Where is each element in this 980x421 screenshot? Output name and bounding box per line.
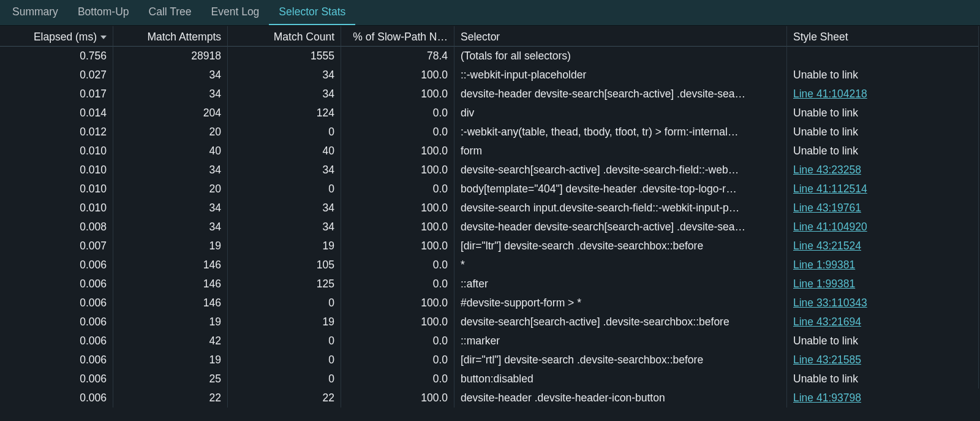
cell-matches: 19	[228, 313, 341, 332]
cell-slow: 0.0	[341, 332, 454, 351]
cell-attempts: 34	[113, 199, 228, 218]
cell-slow: 0.0	[341, 104, 454, 123]
cell-sheet: Line 1:99381	[787, 275, 979, 294]
tab-summary[interactable]: Summary	[2, 0, 68, 25]
cell-attempts: 20	[113, 180, 228, 199]
cell-selector: form	[454, 142, 787, 161]
stylesheet-link[interactable]: Line 43:21694	[793, 316, 861, 328]
cell-slow: 78.4	[341, 47, 454, 66]
cell-slow: 100.0	[341, 85, 454, 104]
cell-slow: 100.0	[341, 218, 454, 237]
cell-sheet: Line 33:110343	[787, 294, 979, 313]
cell-sheet: Line 43:19761	[787, 199, 979, 218]
stylesheet-link[interactable]: Line 43:21585	[793, 354, 861, 366]
cell-elapsed: 0.006	[0, 256, 113, 275]
cell-attempts: 19	[113, 313, 228, 332]
column-header-match-attempts[interactable]: Match Attempts	[113, 26, 228, 47]
tab-bottom-up[interactable]: Bottom-Up	[68, 0, 139, 25]
stylesheet-link[interactable]: Line 41:93798	[793, 392, 861, 404]
cell-sheet: Line 43:23258	[787, 161, 979, 180]
cell-elapsed: 0.756	[0, 47, 113, 66]
cell-selector: devsite-header devsite-search[search-act…	[454, 85, 787, 104]
column-header-style-sheet[interactable]: Style Sheet	[787, 26, 979, 47]
cell-slow: 100.0	[341, 237, 454, 256]
cell-matches: 22	[228, 389, 341, 408]
stylesheet-link[interactable]: Line 43:19761	[793, 202, 861, 214]
cell-sheet: Unable to link	[787, 142, 979, 161]
stylesheet-link[interactable]: Line 1:99381	[793, 278, 855, 290]
stylesheet-link[interactable]: Line 1:99381	[793, 259, 855, 271]
cell-selector: devsite-header .devsite-header-icon-butt…	[454, 389, 787, 408]
column-header-elapsed-ms[interactable]: Elapsed (ms)	[0, 26, 113, 47]
cell-sheet: Line 41:112514	[787, 180, 979, 199]
cell-matches: 34	[228, 161, 341, 180]
column-header-label: Selector	[461, 31, 500, 43]
cell-sheet: Line 1:99381	[787, 256, 979, 275]
cell-elapsed: 0.010	[0, 161, 113, 180]
stylesheet-link[interactable]: Line 41:112514	[793, 183, 867, 195]
cell-matches: 19	[228, 237, 341, 256]
cell-attempts: 146	[113, 294, 228, 313]
cell-matches: 1555	[228, 47, 341, 66]
cell-elapsed: 0.010	[0, 199, 113, 218]
stylesheet-link[interactable]: Line 43:21524	[793, 240, 861, 252]
cell-elapsed: 0.017	[0, 85, 113, 104]
cell-slow: 0.0	[341, 180, 454, 199]
cell-selector: div	[454, 104, 787, 123]
cell-attempts: 34	[113, 85, 228, 104]
cell-matches: 34	[228, 218, 341, 237]
column-header-match-count[interactable]: Match Count	[228, 26, 341, 47]
cell-selector: :-webkit-any(table, thead, tbody, tfoot,…	[454, 123, 787, 142]
cell-elapsed: 0.006	[0, 294, 113, 313]
cell-slow: 100.0	[341, 294, 454, 313]
cell-slow: 100.0	[341, 142, 454, 161]
cell-elapsed: 0.012	[0, 123, 113, 142]
selector-stats-table: Elapsed (ms)Match AttemptsMatch Count% o…	[0, 26, 980, 408]
cell-selector: #devsite-support-form > *	[454, 294, 787, 313]
cell-selector: ::-webkit-input-placeholder	[454, 66, 787, 85]
cell-slow: 100.0	[341, 161, 454, 180]
column-header-label: Match Attempts	[147, 31, 221, 43]
cell-elapsed: 0.006	[0, 332, 113, 351]
cell-attempts: 25	[113, 370, 228, 389]
cell-elapsed: 0.008	[0, 218, 113, 237]
cell-elapsed: 0.006	[0, 351, 113, 370]
cell-elapsed: 0.006	[0, 370, 113, 389]
cell-elapsed: 0.007	[0, 237, 113, 256]
tab-call-tree[interactable]: Call Tree	[139, 0, 202, 25]
stylesheet-link[interactable]: Line 43:23258	[793, 164, 861, 176]
cell-matches: 0	[228, 294, 341, 313]
cell-slow: 0.0	[341, 275, 454, 294]
cell-matches: 0	[228, 370, 341, 389]
cell-sheet: Line 43:21524	[787, 237, 979, 256]
cell-attempts: 42	[113, 332, 228, 351]
cell-sheet: Line 41:104920	[787, 218, 979, 237]
cell-attempts: 34	[113, 218, 228, 237]
stylesheet-link[interactable]: Line 41:104920	[793, 221, 867, 233]
column-header-label: Style Sheet	[793, 31, 848, 43]
tab-event-log[interactable]: Event Log	[202, 0, 270, 25]
tab-selector-stats[interactable]: Selector Stats	[269, 0, 355, 25]
cell-elapsed: 0.006	[0, 275, 113, 294]
cell-elapsed: 0.010	[0, 142, 113, 161]
cell-selector: devsite-search[search-active] .devsite-s…	[454, 313, 787, 332]
cell-elapsed: 0.006	[0, 313, 113, 332]
cell-selector: devsite-header devsite-search[search-act…	[454, 218, 787, 237]
cell-selector: devsite-search input.devsite-search-fiel…	[454, 199, 787, 218]
cell-sheet: Unable to link	[787, 332, 979, 351]
column-header-of-slow-path-n[interactable]: % of Slow-Path N…	[341, 26, 454, 47]
cell-slow: 0.0	[341, 351, 454, 370]
cell-selector: ::after	[454, 275, 787, 294]
cell-sheet: Unable to link	[787, 66, 979, 85]
cell-slow: 100.0	[341, 199, 454, 218]
cell-matches: 105	[228, 256, 341, 275]
stylesheet-link[interactable]: Line 33:110343	[793, 297, 867, 309]
cell-selector: body[template="404"] devsite-header .dev…	[454, 180, 787, 199]
cell-slow: 100.0	[341, 389, 454, 408]
cell-matches: 34	[228, 66, 341, 85]
cell-selector: ::marker	[454, 332, 787, 351]
column-header-selector[interactable]: Selector	[454, 26, 787, 47]
cell-slow: 100.0	[341, 313, 454, 332]
stylesheet-link[interactable]: Line 41:104218	[793, 88, 867, 100]
cell-sheet: Unable to link	[787, 123, 979, 142]
